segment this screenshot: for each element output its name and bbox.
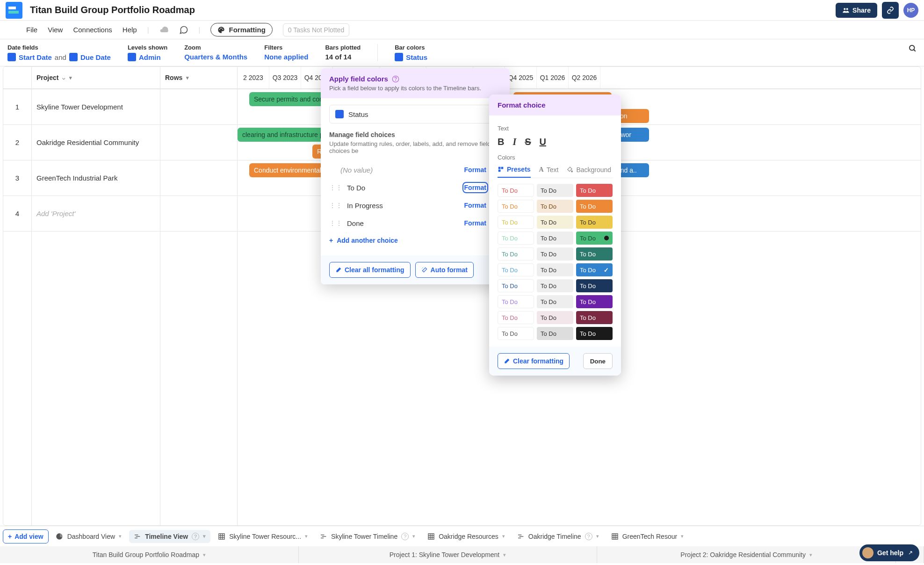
help-icon[interactable] — [392, 75, 399, 83]
format-link[interactable]: Format — [464, 166, 486, 174]
color-preset-swatch[interactable]: To Do — [537, 216, 573, 229]
cloud-icon[interactable] — [159, 25, 169, 35]
color-preset-swatch[interactable]: To Do — [498, 184, 534, 197]
barcolors-group[interactable]: Bar colors Status — [395, 44, 427, 61]
caret-down-icon[interactable]: ▾ — [596, 533, 599, 539]
color-preset-swatch[interactable]: To Do — [498, 232, 534, 245]
project-cell[interactable]: Oakridge Residential Community — [32, 125, 160, 160]
color-preset-swatch[interactable]: To Do — [537, 327, 573, 340]
menu-file[interactable]: File — [26, 26, 37, 34]
date-fields-group[interactable]: Date fields Start Date and Due Date — [7, 44, 111, 61]
color-preset-swatch[interactable]: To Do — [498, 216, 534, 229]
caret-down-icon[interactable]: ▾ — [305, 533, 308, 539]
rows-column-header[interactable]: Rows ▾ — [160, 67, 237, 89]
filters-group[interactable]: Filters None applied — [264, 44, 308, 61]
color-preset-swatch[interactable]: To Do — [576, 216, 613, 229]
view-tab[interactable]: Timeline View?▾ — [129, 530, 210, 543]
user-avatar[interactable]: HP — [903, 3, 918, 18]
row-number[interactable]: 3 — [3, 160, 31, 196]
link-button[interactable] — [882, 2, 899, 19]
group-tab[interactable]: Titan Build Group Portfolio Roadmap▾ — [0, 546, 299, 563]
rows-cell[interactable] — [160, 160, 237, 196]
help-icon[interactable]: ? — [401, 533, 409, 540]
underline-button[interactable]: U — [540, 137, 546, 147]
rows-cell[interactable] — [160, 196, 237, 232]
status-field-selector[interactable]: Status — [329, 105, 501, 123]
color-preset-swatch[interactable]: To Do — [576, 295, 613, 308]
caret-down-icon[interactable]: ▾ — [119, 533, 122, 539]
app-logo[interactable] — [6, 2, 22, 19]
color-preset-swatch[interactable]: To Do — [537, 232, 573, 245]
project-cell[interactable]: GreenTech Industrial Park — [32, 160, 160, 196]
clear-all-formatting-button[interactable]: Clear all formatting — [329, 262, 411, 278]
levels-group[interactable]: Levels shown Admin — [128, 44, 167, 61]
caret-down-icon[interactable]: ▾ — [412, 533, 415, 539]
format-link[interactable]: Format — [464, 219, 486, 227]
view-tab[interactable]: Oakridge Resources▾ — [423, 530, 510, 543]
caret-down-icon[interactable]: ▾ — [203, 533, 206, 539]
background-tab[interactable]: Background — [567, 166, 611, 178]
rows-cell[interactable] — [160, 89, 237, 125]
view-tab[interactable]: Skyline Tower Timeline?▾ — [315, 530, 420, 543]
drag-handle-icon[interactable]: ⋮⋮ — [329, 202, 342, 209]
color-preset-swatch[interactable]: To Do — [537, 184, 573, 197]
project-cell[interactable]: Skyline Tower Development — [32, 89, 160, 125]
view-tab[interactable]: Dashboard View▾ — [51, 530, 126, 543]
color-preset-swatch[interactable]: To Do — [498, 200, 534, 213]
row-number[interactable]: 1 — [3, 89, 31, 125]
add-choice-button[interactable]: + Add another choice — [329, 232, 501, 249]
color-preset-swatch[interactable]: To Do — [537, 263, 573, 276]
color-preset-swatch[interactable]: To Do — [498, 311, 534, 324]
color-preset-swatch[interactable]: To Do — [537, 279, 573, 292]
done-button[interactable]: Done — [583, 353, 613, 369]
caret-down-icon[interactable]: ▾ — [502, 533, 505, 539]
drag-handle-icon[interactable]: ⋮⋮ — [329, 219, 342, 227]
help-icon[interactable]: ? — [585, 533, 592, 540]
strikethrough-button[interactable]: S — [525, 137, 531, 147]
comment-icon[interactable] — [179, 25, 188, 35]
caret-down-icon[interactable]: ▾ — [681, 533, 684, 539]
color-preset-swatch[interactable]: To Do — [537, 200, 573, 213]
caret-down-icon[interactable]: ▾ — [69, 75, 72, 81]
not-plotted-badge[interactable]: 0 Tasks Not Plotted — [283, 23, 349, 36]
help-icon[interactable]: ? — [192, 533, 199, 540]
color-preset-swatch[interactable]: To Do — [576, 327, 613, 340]
color-preset-swatch[interactable]: To Do — [576, 232, 613, 245]
color-preset-swatch[interactable]: To Do — [576, 247, 613, 261]
color-preset-swatch[interactable]: To Do — [537, 311, 573, 324]
color-preset-swatch[interactable]: To Do — [498, 247, 534, 261]
row-number[interactable]: 4 — [3, 196, 31, 232]
auto-format-button[interactable]: Auto format — [415, 262, 474, 278]
view-tab[interactable]: Skyline Tower Resourc...▾ — [213, 530, 312, 543]
color-preset-swatch[interactable]: To Do — [498, 263, 534, 276]
group-tab[interactable]: Project 1: Skyline Tower Development▾ — [299, 546, 598, 563]
color-preset-swatch[interactable]: To Do — [576, 311, 613, 324]
color-preset-swatch[interactable]: To Do — [576, 200, 613, 213]
color-preset-swatch[interactable]: To Do — [576, 184, 613, 197]
view-tab[interactable]: Oakridge Timeline?▾ — [513, 530, 604, 543]
view-tab[interactable]: GreenTech Resour▾ — [606, 530, 689, 543]
search-icon[interactable] — [908, 44, 917, 52]
group-tab[interactable]: Project 2: Oakridge Residential Communit… — [597, 546, 896, 563]
drag-handle-icon[interactable]: ⋮⋮ — [329, 184, 342, 191]
project-column-header[interactable]: Project ⌵ ▾ — [32, 67, 160, 89]
color-preset-swatch[interactable]: To Do✓ — [576, 263, 613, 276]
presets-tab[interactable]: Presets — [498, 166, 531, 178]
add-project-cell[interactable]: Add 'Project' — [32, 196, 160, 232]
caret-down-icon[interactable]: ▾ — [186, 75, 189, 81]
zoom-group[interactable]: Zoom Quarters & Months — [184, 44, 247, 61]
menu-help[interactable]: Help — [123, 26, 137, 34]
color-preset-swatch[interactable]: To Do — [537, 247, 573, 261]
color-preset-swatch[interactable]: To Do — [576, 279, 613, 292]
italic-button[interactable]: I — [513, 137, 516, 147]
text-color-tab[interactable]: A Text — [539, 166, 559, 178]
share-button[interactable]: Share — [836, 3, 877, 18]
menu-view[interactable]: View — [48, 26, 63, 34]
formatting-button[interactable]: Formatting — [210, 23, 272, 36]
color-preset-swatch[interactable]: To Do — [537, 295, 573, 308]
color-preset-swatch[interactable]: To Do — [498, 295, 534, 308]
menu-connections[interactable]: Connections — [73, 26, 112, 34]
color-preset-swatch[interactable]: To Do — [498, 327, 534, 340]
format-link[interactable]: Format — [464, 184, 486, 191]
bold-button[interactable]: B — [498, 137, 504, 147]
